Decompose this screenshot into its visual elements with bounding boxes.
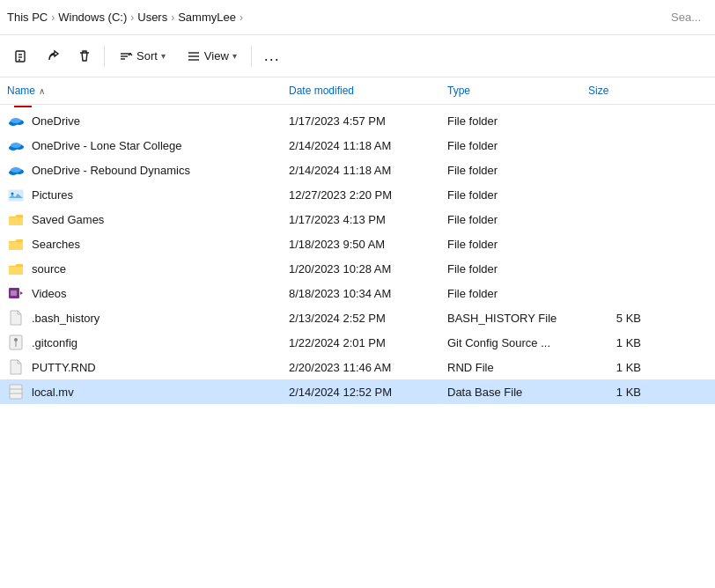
file-size xyxy=(581,217,652,221)
share-icon xyxy=(46,49,60,63)
svg-point-25 xyxy=(14,338,18,342)
view-icon xyxy=(187,49,201,63)
file-size xyxy=(581,168,652,172)
file-size xyxy=(581,119,652,122)
file-date: 1/22/2024 2:01 PM xyxy=(282,334,440,351)
table-row[interactable]: OneDrive - Lone Star College 2/14/2024 1… xyxy=(0,133,715,158)
table-row[interactable]: source 1/20/2023 10:28 AM File folder xyxy=(0,256,715,281)
svg-point-20 xyxy=(11,193,14,195)
file-size xyxy=(581,193,652,196)
file-date: 1/20/2023 10:28 AM xyxy=(282,261,440,277)
table-row[interactable]: .bash_history 2/13/2024 2:52 PM BASH_HIS… xyxy=(0,305,715,330)
toolbar-divider-1 xyxy=(104,46,105,67)
delete-button[interactable] xyxy=(70,44,99,69)
rename-button[interactable] xyxy=(7,44,35,69)
file-type: RND File xyxy=(440,359,581,376)
sort-label: Sort xyxy=(136,49,158,62)
file-list-container: Name ∧ Date modified Type Size OneDrive … xyxy=(0,77,715,588)
file-icon xyxy=(7,309,25,327)
file-size: 5 KB xyxy=(581,310,652,327)
file-name-cell: .gitconfig xyxy=(0,332,282,353)
breadcrumb-sammylee[interactable]: SammyLee xyxy=(178,11,236,24)
sort-button[interactable]: Sort ▾ xyxy=(110,44,174,69)
breadcrumb-windows-c[interactable]: Windows (C:) xyxy=(58,11,127,24)
file-date: 12/27/2023 2:20 PM xyxy=(282,187,440,203)
breadcrumb-bar: This PC › Windows (C:) › Users › SammyLe… xyxy=(0,0,715,35)
file-name-text: .gitconfig xyxy=(32,336,77,349)
breadcrumb-this-pc[interactable]: This PC xyxy=(7,11,48,24)
trash-icon xyxy=(77,49,92,63)
file-date: 8/18/2023 10:34 AM xyxy=(282,285,440,302)
breadcrumb-sep-3: › xyxy=(171,11,174,24)
file-name-cell: source xyxy=(0,258,282,279)
file-size xyxy=(581,267,652,270)
view-button[interactable]: View ▾ xyxy=(178,44,246,69)
file-icon xyxy=(7,358,25,376)
col-header-date[interactable]: Date modified xyxy=(282,81,440,100)
more-label: ... xyxy=(264,47,280,65)
file-size: 1 KB xyxy=(581,334,652,351)
file-name-text: PUTTY.RND xyxy=(32,361,96,374)
file-date: 1/18/2023 9:50 AM xyxy=(282,236,440,253)
file-type: File folder xyxy=(440,261,581,277)
view-label: View xyxy=(204,49,229,62)
file-date: 1/17/2023 4:13 PM xyxy=(282,211,440,228)
file-rows-container: OneDrive 1/17/2023 4:57 PM File folder O… xyxy=(0,108,715,404)
table-row[interactable]: PUTTY.RND 2/20/2023 11:46 AM RND File 1 … xyxy=(0,355,715,379)
rename-icon xyxy=(14,49,28,63)
file-name-text: Pictures xyxy=(32,188,73,202)
file-type: File folder xyxy=(440,137,581,154)
col-header-size[interactable]: Size xyxy=(581,81,652,100)
file-type: File folder xyxy=(440,113,581,129)
file-type: File folder xyxy=(440,162,581,179)
file-name-cell: Videos xyxy=(0,283,282,304)
file-name-text: .bash_history xyxy=(32,312,100,325)
file-name-text: local.mv xyxy=(32,386,74,399)
file-icon xyxy=(7,334,25,351)
file-date: 2/14/2024 12:52 PM xyxy=(282,384,440,401)
breadcrumb-sep-4: › xyxy=(240,11,243,24)
file-type: Git Config Source ... xyxy=(440,334,581,351)
table-row[interactable]: local.mv 2/14/2024 12:52 PM Data Base Fi… xyxy=(0,379,715,404)
col-header-name[interactable]: Name ∧ xyxy=(0,81,282,100)
file-name-cell: .bash_history xyxy=(0,307,282,328)
table-row[interactable]: Pictures 12/27/2023 2:20 PM File folder xyxy=(0,182,715,207)
table-row[interactable]: Videos 8/18/2023 10:34 AM File folder xyxy=(0,281,715,305)
file-size xyxy=(581,143,652,147)
file-name-cell: PUTTY.RND xyxy=(0,356,282,378)
file-date: 2/20/2023 11:46 AM xyxy=(282,359,440,376)
file-type: BASH_HISTORY File xyxy=(440,310,581,327)
svg-rect-19 xyxy=(9,190,23,201)
file-name-cell: local.mv xyxy=(0,381,282,402)
file-list-header: Name ∧ Date modified Type Size xyxy=(0,77,715,105)
file-type: File folder xyxy=(440,211,581,228)
file-size: 1 KB xyxy=(581,384,652,401)
toolbar-divider-2 xyxy=(251,46,252,67)
table-row[interactable]: OneDrive 1/17/2023 4:57 PM File folder xyxy=(0,108,715,133)
file-size xyxy=(581,291,652,295)
svg-point-12 xyxy=(11,118,21,123)
table-row[interactable]: Saved Games 1/17/2023 4:13 PM File folde… xyxy=(0,207,715,232)
file-date: 2/13/2024 2:52 PM xyxy=(282,310,440,327)
more-button[interactable]: ... xyxy=(257,41,287,70)
file-name-text: source xyxy=(32,262,66,276)
breadcrumb-users[interactable]: Users xyxy=(137,11,167,24)
breadcrumb-sep-2: › xyxy=(130,11,134,24)
file-icon xyxy=(7,235,25,253)
file-name-text: OneDrive - Rebound Dynamics xyxy=(32,164,190,177)
toolbar: Sort ▾ View ▾ ... xyxy=(0,35,715,77)
table-row[interactable]: OneDrive - Rebound Dynamics 2/14/2024 11… xyxy=(0,158,715,182)
col-header-type[interactable]: Type xyxy=(440,81,581,100)
file-icon xyxy=(7,161,25,179)
file-size: 1 KB xyxy=(581,359,652,376)
file-name-cell: OneDrive - Lone Star College xyxy=(0,135,282,156)
table-row[interactable]: .gitconfig 1/22/2024 2:01 PM Git Config … xyxy=(0,330,715,355)
file-name-text: Saved Games xyxy=(32,213,104,226)
share-button[interactable] xyxy=(39,44,67,69)
file-type: File folder xyxy=(440,285,581,302)
file-type: File folder xyxy=(440,236,581,253)
svg-point-15 xyxy=(11,143,21,148)
file-icon xyxy=(7,383,25,401)
table-row[interactable]: Searches 1/18/2023 9:50 AM File folder xyxy=(0,232,715,256)
sort-chevron-icon: ▾ xyxy=(161,51,166,61)
